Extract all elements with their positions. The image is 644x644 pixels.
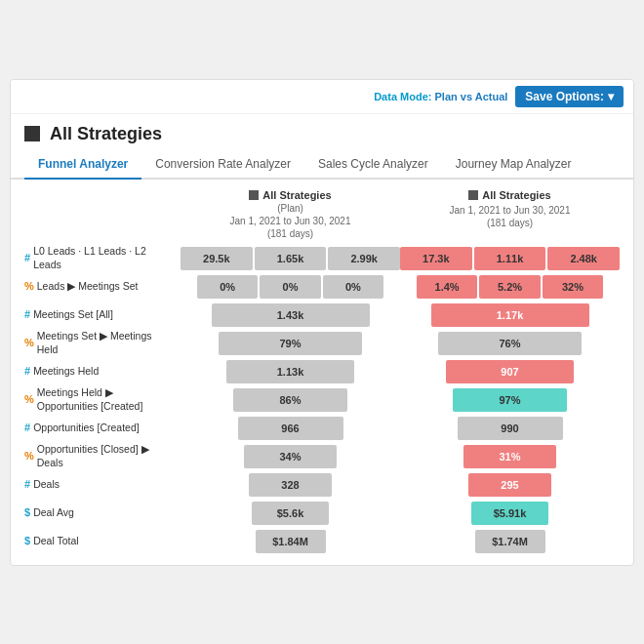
single-wrapper-5-actual: 97% bbox=[400, 388, 620, 412]
plan-cell-9: $5.6k bbox=[181, 502, 400, 525]
single-val-4-actual: 907 bbox=[446, 360, 574, 383]
single-val-2-actual: 1.17k bbox=[431, 303, 589, 327]
single-wrapper-2-plan: 1.43k bbox=[181, 303, 400, 327]
actual-cell-3: 76% bbox=[400, 332, 620, 355]
row-icon-1: % bbox=[24, 279, 34, 293]
triple-val-0-actual-1: 1.11k bbox=[474, 247, 546, 270]
plan-cell-4: 1.13k bbox=[181, 360, 400, 383]
row-text-8: Deals bbox=[33, 478, 60, 492]
tab-journey-map-analyzer[interactable]: Journey Map Analyzer bbox=[442, 150, 585, 180]
single-wrapper-8-actual: 295 bbox=[400, 473, 620, 497]
col-header-actual: All Strategies Jan 1, 2021 to Jun 30, 20… bbox=[400, 189, 620, 239]
row-label-9: $Deal Avg bbox=[24, 505, 181, 519]
table-row: $Deal Avg$5.6k$5.91k bbox=[24, 500, 620, 527]
actual-cell-1: 1.4%5.2%32% bbox=[400, 275, 620, 299]
row-icon-2: # bbox=[24, 307, 30, 321]
single-wrapper-3-actual: 76% bbox=[400, 332, 620, 355]
row-text-7: Opportunities [Closed] ▶ Deals bbox=[37, 443, 173, 469]
actual-strategy-label: All Strategies bbox=[482, 189, 550, 201]
triple-wrapper-1-actual: 1.4%5.2%32% bbox=[400, 275, 620, 299]
single-wrapper-9-actual: $5.91k bbox=[400, 502, 620, 525]
plan-cell-1: 0%0%0% bbox=[181, 275, 400, 299]
page-title: All Strategies bbox=[50, 124, 162, 144]
plan-cell-3: 79% bbox=[181, 332, 400, 355]
row-icon-0: # bbox=[24, 251, 30, 264]
triple-val-1-plan-0: 0% bbox=[197, 275, 258, 299]
plan-strategy-label: All Strategies bbox=[262, 189, 331, 201]
tab-bar: Funnel Analyzer Conversion Rate Analyzer… bbox=[11, 150, 633, 180]
single-wrapper-8-plan: 328 bbox=[181, 473, 400, 497]
data-rows: #L0 Leads · L1 Leads · L2 Leads29.5k1.65… bbox=[24, 245, 620, 555]
row-label-3: %Meetings Set ▶ Meetings Held bbox=[24, 330, 181, 356]
row-label-10: $Deal Total bbox=[24, 534, 181, 547]
triple-val-0-plan-2: 2.99k bbox=[328, 247, 400, 270]
single-wrapper-6-actual: 990 bbox=[400, 417, 620, 440]
data-mode-label: Data Mode: Plan vs Actual bbox=[374, 91, 507, 102]
col-header-plan: All Strategies (Plan) Jan 1, 2021 to Jun… bbox=[181, 189, 400, 239]
triple-val-0-plan-0: 29.5k bbox=[181, 247, 253, 270]
single-val-7-plan: 34% bbox=[244, 445, 337, 468]
plan-cell-10: $1.84M bbox=[181, 530, 400, 553]
row-label-1: %Leads ▶ Meetings Set bbox=[24, 279, 181, 293]
row-icon-9: $ bbox=[24, 505, 30, 519]
data-mode-value: Plan vs Actual bbox=[435, 91, 508, 102]
actual-cell-8: 295 bbox=[400, 473, 620, 497]
triple-val-0-plan-1: 1.65k bbox=[255, 247, 327, 270]
page-header: All Strategies bbox=[11, 114, 633, 150]
single-val-10-plan: $1.84M bbox=[256, 530, 326, 553]
table-row: #Deals328295 bbox=[24, 471, 620, 499]
row-icon-3: % bbox=[24, 336, 34, 349]
main-content: All Strategies (Plan) Jan 1, 2021 to Jun… bbox=[11, 180, 633, 565]
triple-wrapper-0-actual: 17.3k1.11k2.48k bbox=[400, 247, 620, 270]
single-val-8-actual: 295 bbox=[468, 473, 552, 497]
row-text-1: Leads ▶ Meetings Set bbox=[37, 280, 139, 294]
row-text-9: Deal Avg bbox=[33, 506, 74, 520]
single-wrapper-6-plan: 966 bbox=[181, 417, 400, 440]
row-label-8: #Deals bbox=[24, 477, 181, 491]
actual-cell-10: $1.74M bbox=[400, 530, 620, 553]
save-btn-label: Save Options: bbox=[525, 90, 604, 103]
row-icon-7: % bbox=[24, 449, 34, 463]
actual-strategy-icon bbox=[468, 190, 478, 200]
single-val-6-plan: 966 bbox=[238, 417, 343, 440]
row-icon-4: # bbox=[24, 364, 30, 378]
single-val-3-plan: 79% bbox=[219, 332, 361, 355]
table-row: %Meetings Held ▶ Opportunities [Created]… bbox=[24, 386, 620, 414]
single-val-7-actual: 31% bbox=[463, 445, 556, 468]
row-icon-6: # bbox=[24, 421, 30, 434]
table-row: $Deal Total$1.84M$1.74M bbox=[24, 528, 620, 555]
plan-strategy-icon bbox=[249, 190, 259, 200]
table-row: #Meetings Held1.13k907 bbox=[24, 358, 620, 385]
actual-cell-0: 17.3k1.11k2.48k bbox=[400, 247, 620, 270]
save-options-button[interactable]: Save Options: ▾ bbox=[515, 86, 624, 107]
table-row: #Opportunities [Created]966990 bbox=[24, 415, 620, 442]
single-wrapper-7-plan: 34% bbox=[181, 445, 400, 468]
tab-sales-cycle-analyzer[interactable]: Sales Cycle Analyzer bbox=[304, 150, 442, 180]
table-row: #L0 Leads · L1 Leads · L2 Leads29.5k1.65… bbox=[24, 245, 620, 272]
single-val-6-actual: 990 bbox=[458, 417, 563, 440]
single-wrapper-10-actual: $1.74M bbox=[400, 530, 620, 553]
single-val-5-actual: 97% bbox=[453, 388, 567, 412]
single-val-5-plan: 86% bbox=[233, 388, 347, 412]
single-val-10-actual: $1.74M bbox=[475, 530, 545, 553]
actual-cell-2: 1.17k bbox=[400, 303, 620, 327]
single-val-9-plan: $5.6k bbox=[252, 502, 329, 525]
triple-val-1-actual-0: 1.4% bbox=[417, 275, 477, 299]
actual-days: (181 days) bbox=[487, 218, 533, 228]
single-wrapper-4-plan: 1.13k bbox=[181, 360, 400, 383]
triple-cell-0-actual: 17.3k1.11k2.48k bbox=[400, 247, 620, 270]
plan-date: Jan 1, 2021 to Jun 30, 2021 bbox=[230, 216, 351, 226]
single-wrapper-2-actual: 1.17k bbox=[400, 303, 620, 327]
row-text-10: Deal Total bbox=[33, 535, 79, 548]
single-val-4-plan: 1.13k bbox=[226, 360, 354, 383]
actual-date: Jan 1, 2021 to Jun 30, 2021 bbox=[450, 205, 571, 216]
actual-cell-4: 907 bbox=[400, 360, 620, 383]
triple-val-0-actual-0: 17.3k bbox=[400, 247, 472, 270]
tab-conversion-rate-analyzer[interactable]: Conversion Rate Analyzer bbox=[141, 150, 304, 180]
plan-cell-8: 328 bbox=[181, 473, 400, 497]
tab-funnel-analyzer[interactable]: Funnel Analyzer bbox=[24, 150, 141, 180]
table-row: %Leads ▶ Meetings Set0%0%0%1.4%5.2%32% bbox=[24, 273, 620, 301]
row-text-5: Meetings Held ▶ Opportunities [Created] bbox=[37, 386, 173, 413]
columns-header: All Strategies (Plan) Jan 1, 2021 to Jun… bbox=[181, 189, 620, 239]
plan-cell-7: 34% bbox=[181, 445, 400, 468]
